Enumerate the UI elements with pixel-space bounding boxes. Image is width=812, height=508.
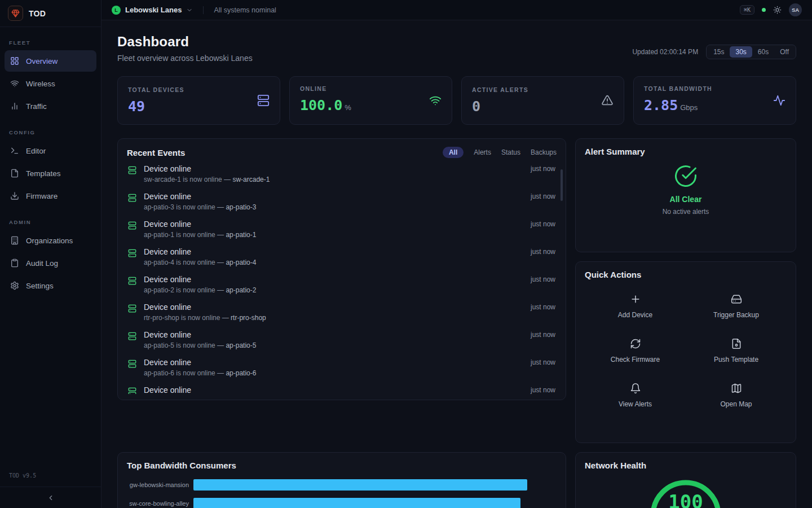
sidebar-item-overview[interactable]: Overview — [5, 50, 96, 72]
events-tab-alerts[interactable]: Alerts — [474, 148, 491, 156]
bandwidth-title: Top Bandwidth Consumers — [127, 461, 557, 470]
bandwidth-bar — [193, 479, 527, 491]
bandwidth-bar-track — [193, 498, 557, 508]
org-switcher[interactable]: L Lebowski Lanes — [112, 6, 193, 15]
server-icon — [128, 304, 136, 313]
refresh-option-off[interactable]: Off — [774, 46, 795, 58]
event-title: Device online — [144, 164, 270, 174]
events-tab-all[interactable]: All — [443, 147, 464, 158]
event-title: Device online — [144, 303, 266, 312]
quick-action-check-firmware[interactable]: Check Firmware — [585, 329, 686, 373]
app-logo-text: TOD — [29, 9, 46, 18]
sun-icon[interactable] — [773, 6, 782, 14]
sidebar-item-audit-log[interactable]: Audit Log — [5, 252, 96, 274]
page-subtitle: Fleet overview across Lebowski Lanes — [117, 54, 253, 63]
wifi-icon — [10, 79, 19, 88]
app-logo[interactable]: TOD — [0, 0, 101, 27]
sidebar-item-label: Organizations — [26, 237, 73, 245]
stat-label: ONLINE — [300, 85, 351, 92]
bandwidth-bar — [193, 498, 520, 508]
events-tab-status[interactable]: Status — [501, 148, 520, 156]
bandwidth-row: gw-lebowski-mansion — [127, 479, 557, 491]
stat-value: 0 — [472, 99, 528, 115]
sidebar-item-firmware[interactable]: Firmware — [5, 185, 96, 207]
refresh-interval-segment: 15s30s60sOff — [706, 45, 796, 59]
event-device-name: ap-patio-2 — [226, 286, 256, 294]
event-row[interactable]: Device online ap-patio-6 is now online —… — [127, 354, 557, 382]
event-time: just now — [531, 303, 555, 311]
sidebar-collapse-button[interactable] — [0, 487, 101, 508]
sidebar-section-fleet: FLEET — [9, 40, 92, 46]
refresh-option-15s[interactable]: 15s — [708, 46, 730, 58]
event-row[interactable]: Device online rtr-pro-shop is now online… — [127, 299, 557, 326]
quick-action-label: Open Map — [720, 400, 752, 408]
sidebar-item-settings[interactable]: Settings — [5, 275, 96, 296]
map-icon — [731, 383, 742, 394]
server-icon — [128, 194, 136, 202]
sidebar-item-label: Templates — [26, 169, 61, 178]
plus-icon — [630, 294, 641, 305]
quick-action-label: View Alerts — [619, 400, 652, 408]
quick-action-label: Check Firmware — [611, 356, 660, 364]
wifi-icon — [429, 94, 442, 107]
stat-label: TOTAL DEVICES — [128, 86, 184, 93]
sidebar-item-templates[interactable]: Templates — [5, 163, 96, 184]
sidebar-item-traffic[interactable]: Traffic — [5, 95, 96, 117]
sidebar-item-organizations[interactable]: Organizations — [5, 230, 96, 251]
topbar: L Lebowski Lanes All systems nominal ⌘K … — [102, 0, 812, 20]
server-icon — [128, 166, 136, 174]
quick-action-view-alerts[interactable]: View Alerts — [585, 373, 686, 418]
event-row[interactable]: Device online just now — [127, 382, 557, 394]
quick-action-trigger-backup[interactable]: Trigger Backup — [686, 284, 787, 329]
events-scrollbar[interactable] — [561, 169, 563, 201]
main-area: L Lebowski Lanes All systems nominal ⌘K … — [102, 0, 812, 508]
sidebar-item-wireless[interactable]: Wireless — [5, 73, 96, 94]
gem-logo-icon — [8, 6, 23, 21]
stat-label: TOTAL BANDWIDTH — [644, 85, 712, 92]
event-row[interactable]: Device online ap-patio-4 is now online —… — [127, 243, 557, 271]
download-icon — [10, 191, 19, 200]
event-row[interactable]: Device online ap-patio-5 is now online —… — [127, 326, 557, 354]
events-tab-backups[interactable]: Backups — [531, 148, 557, 156]
event-row[interactable]: Device online ap-patio-1 is now online —… — [127, 216, 557, 243]
app-version: TOD v9.5 — [0, 472, 101, 487]
health-score-value: 100 — [648, 491, 723, 508]
event-row[interactable]: Device online sw-arcade-1 is now online … — [127, 160, 557, 188]
command-palette-shortcut[interactable]: ⌘K — [740, 5, 754, 15]
alert-summary-card: Alert Summary All Clear No active alerts — [575, 138, 796, 252]
quick-actions-card: Quick Actions Add Device Trigger Backup … — [575, 261, 796, 443]
network-health-title: Network Health — [585, 461, 787, 470]
event-detail: ap-patio-5 is now online — ap-patio-5 — [144, 341, 256, 350]
stat-card-total-bandwidth: TOTAL BANDWIDTH 2.85Gbps — [633, 76, 796, 125]
event-detail: ap-patio-4 is now online — ap-patio-4 — [144, 259, 256, 267]
sidebar-item-label: Firmware — [26, 192, 58, 200]
sidebar-item-editor[interactable]: Editor — [5, 140, 96, 161]
quick-action-open-map[interactable]: Open Map — [686, 373, 787, 418]
event-time: just now — [531, 247, 555, 256]
file-icon — [10, 169, 19, 178]
gear-icon — [10, 281, 19, 290]
refresh-option-60s[interactable]: 60s — [752, 46, 774, 58]
bandwidth-device-label: gw-lebowski-mansion — [127, 481, 193, 488]
clipboard-icon — [10, 259, 19, 268]
quick-actions-grid: Add Device Trigger Backup Check Firmware… — [585, 284, 787, 418]
event-row[interactable]: Device online ap-patio-3 is now online —… — [127, 188, 557, 216]
event-row[interactable]: Device online ap-patio-2 is now online —… — [127, 271, 557, 299]
refresh-option-30s[interactable]: 30s — [730, 46, 752, 58]
topbar-divider — [203, 6, 204, 14]
sidebar-nav: FLEET Overview Wireless Traffic CONFIG E… — [0, 27, 101, 297]
event-device-name: rtr-pro-shop — [231, 314, 266, 322]
sidebar-section-admin: ADMIN — [9, 219, 92, 225]
event-device-name: sw-arcade-1 — [232, 176, 270, 183]
updated-timestamp: Updated 02:00:14 PM — [632, 48, 698, 56]
user-avatar[interactable]: SA — [789, 3, 802, 16]
quick-action-add-device[interactable]: Add Device — [585, 284, 686, 329]
bandwidth-bar-track — [193, 479, 557, 491]
event-time: just now — [531, 192, 555, 200]
event-detail: ap-patio-2 is now online — ap-patio-2 — [144, 286, 256, 295]
quick-action-push-template[interactable]: Push Template — [686, 329, 787, 373]
event-device-name: ap-patio-4 — [226, 259, 256, 266]
grid-icon — [10, 56, 19, 65]
event-detail: rtr-pro-shop is now online — rtr-pro-sho… — [144, 314, 266, 322]
sidebar-item-label: Editor — [26, 147, 46, 155]
